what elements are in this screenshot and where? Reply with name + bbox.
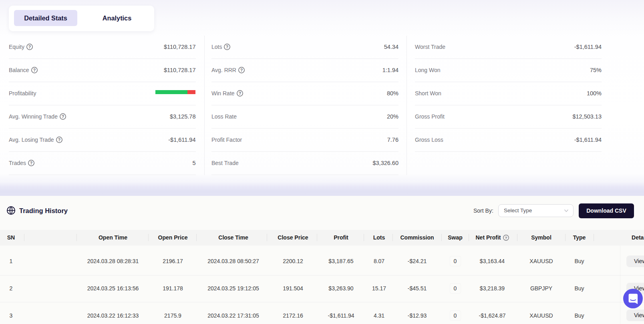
svg-text:?: ? bbox=[505, 235, 507, 240]
